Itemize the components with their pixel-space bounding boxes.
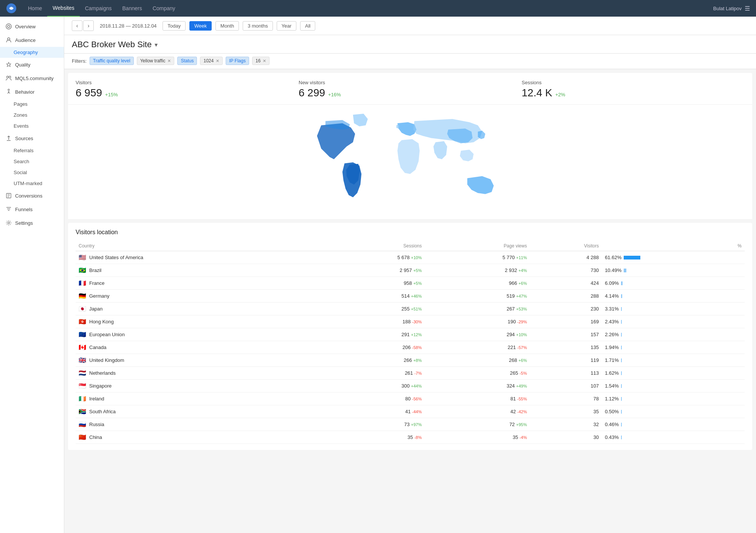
- cell-pageviews-14: 35 -4%: [425, 431, 530, 444]
- col-sessions[interactable]: Sessions: [320, 241, 425, 251]
- filter-tag-1024-text: 1024: [203, 58, 214, 63]
- cell-visitors-10: 107: [530, 380, 602, 392]
- sidebar-item-overview[interactable]: Overview: [0, 20, 64, 33]
- sidebar-item-referrals[interactable]: Referrals: [0, 145, 64, 156]
- nav-banners[interactable]: Banners: [117, 0, 147, 17]
- cell-pct-7: 1.94%: [602, 341, 745, 354]
- pv-change-2: +6%: [519, 281, 527, 286]
- svg-point-2: [8, 25, 10, 28]
- btn-year[interactable]: Year: [277, 21, 296, 31]
- nav-campaigns[interactable]: Campaigns: [80, 0, 117, 17]
- cell-pageviews-10: 324 +49%: [425, 380, 530, 392]
- col-pct[interactable]: %: [602, 241, 745, 251]
- pv-change-11: -55%: [517, 397, 527, 401]
- flag-6: 🇪🇺: [79, 331, 86, 338]
- svg-point-3: [8, 38, 10, 40]
- sessions-change-14: -8%: [414, 435, 422, 440]
- table-row: 🇸🇬 Singapore 300 +44% 324 +49% 107 1.54%: [76, 380, 745, 392]
- filter-tag-yellow-traffic-text: Yellow traffic: [140, 58, 166, 63]
- sessions-change-2: +5%: [413, 281, 421, 286]
- cell-sessions-14: 35 -8%: [320, 431, 425, 444]
- filter-tag-1024-close-icon[interactable]: ✕: [216, 59, 219, 63]
- sidebar-item-events[interactable]: Events: [0, 121, 64, 131]
- sidebar-item-pages[interactable]: Pages: [0, 99, 64, 110]
- sidebar-item-geography[interactable]: Geography: [0, 47, 64, 58]
- cell-pageviews-0: 5 770 +11%: [425, 251, 530, 264]
- pct-value-13: 0.46%: [605, 422, 619, 427]
- col-visitors[interactable]: Visitors: [530, 241, 602, 251]
- filter-tag-traffic-quality[interactable]: Traffic quality level: [90, 57, 134, 65]
- sessions-change-11: -56%: [412, 397, 422, 401]
- btn-all[interactable]: All: [300, 21, 315, 31]
- btn-month[interactable]: Month: [215, 21, 239, 31]
- cell-visitors-0: 4 288: [530, 251, 602, 264]
- stat-sessions-change: +2%: [555, 92, 565, 97]
- cell-pct-5: 2.43%: [602, 315, 745, 328]
- sidebar-item-conversions[interactable]: Conversions: [0, 189, 64, 202]
- filter-tag-yellow-traffic-close-icon[interactable]: ✕: [167, 59, 171, 63]
- sidebar-item-social[interactable]: Social: [0, 167, 64, 178]
- cell-country-5: 🇭🇰 Hong Kong: [76, 315, 320, 328]
- sidebar-item-settings[interactable]: Settings: [0, 216, 64, 230]
- btn-today[interactable]: Today: [163, 21, 186, 31]
- filter-tag-1024[interactable]: 1024 ✕: [200, 57, 223, 65]
- logo-icon: [6, 3, 17, 14]
- sidebar-item-sources[interactable]: Sources: [0, 131, 64, 145]
- svg-point-6: [8, 89, 9, 91]
- pv-change-5: -29%: [517, 320, 527, 324]
- world-map: [72, 108, 748, 215]
- col-country[interactable]: Country: [76, 241, 320, 251]
- btn-week[interactable]: Week: [189, 21, 212, 31]
- cell-visitors-4: 230: [530, 303, 602, 315]
- btn-3months[interactable]: 3 months: [243, 21, 273, 31]
- filters-label: Filters:: [72, 58, 87, 64]
- cell-sessions-5: 188 -30%: [320, 315, 425, 328]
- visitors-table: Country Sessions Page views Visitors % 🇺…: [76, 241, 745, 444]
- sidebar-item-behavior[interactable]: Behavior: [0, 85, 64, 99]
- filter-tag-yellow-traffic[interactable]: Yellow traffic ✕: [137, 57, 175, 65]
- user-menu-icon[interactable]: ☰: [745, 5, 750, 12]
- cell-visitors-3: 288: [530, 290, 602, 303]
- flag-14: 🇨🇳: [79, 434, 86, 441]
- prev-date-button[interactable]: ‹: [72, 20, 82, 31]
- nav-company[interactable]: Company: [147, 0, 181, 17]
- sidebar-item-audience[interactable]: Audience: [0, 33, 64, 47]
- cell-pct-0: 61.62%: [602, 251, 745, 264]
- cell-pct-4: 3.31%: [602, 303, 745, 315]
- sessions-change-3: +46%: [411, 294, 421, 298]
- col-pageviews[interactable]: Page views: [425, 241, 530, 251]
- nav-websites[interactable]: Websites: [47, 0, 79, 17]
- next-date-button[interactable]: ›: [83, 20, 94, 31]
- pv-change-12: -42%: [517, 409, 527, 414]
- country-name-2: France: [89, 280, 104, 286]
- country-name-4: Japan: [89, 306, 102, 312]
- cell-visitors-14: 30: [530, 431, 602, 444]
- table-row: 🇪🇺 European Union 291 +12% 294 +10% 157 …: [76, 328, 745, 341]
- sidebar-item-quality[interactable]: Quality: [0, 58, 64, 71]
- filter-tag-ipflags[interactable]: IP Flags: [226, 57, 249, 65]
- filter-tag-16[interactable]: 16 ✕: [252, 57, 270, 65]
- nav-home[interactable]: Home: [23, 0, 47, 17]
- cell-visitors-1: 730: [530, 264, 602, 277]
- sidebar-item-zones[interactable]: Zones: [0, 110, 64, 121]
- cell-pageviews-7: 221 -57%: [425, 341, 530, 354]
- site-title-button[interactable]: ABC Broker Web Site ▾: [72, 40, 748, 49]
- pct-value-14: 0.43%: [605, 434, 619, 440]
- sidebar-item-utm[interactable]: UTM-marked: [0, 178, 64, 189]
- site-title-text: ABC Broker Web Site: [72, 40, 152, 49]
- sidebar-item-mql5[interactable]: MQL5.community: [0, 71, 64, 85]
- sidebar-item-funnels[interactable]: Funnels: [0, 202, 64, 216]
- filter-tag-status[interactable]: Status: [177, 57, 197, 65]
- filter-tag-status-text: Status: [181, 58, 194, 63]
- sidebar-label-sources: Sources: [15, 136, 33, 141]
- pv-change-6: +10%: [516, 332, 527, 337]
- table-row: 🇳🇱 Netherlands 261 -7% 265 -5% 113 1.62%: [76, 367, 745, 380]
- filter-tag-16-close-icon[interactable]: ✕: [263, 59, 266, 63]
- cell-pageviews-13: 72 +95%: [425, 418, 530, 431]
- sidebar-label-audience: Audience: [15, 37, 36, 43]
- cell-pageviews-3: 519 +47%: [425, 290, 530, 303]
- cell-country-12: 🇿🇦 South Africa: [76, 405, 320, 418]
- flag-5: 🇭🇰: [79, 318, 86, 325]
- sidebar-item-search[interactable]: Search: [0, 156, 64, 167]
- pct-bar-2: [621, 281, 623, 285]
